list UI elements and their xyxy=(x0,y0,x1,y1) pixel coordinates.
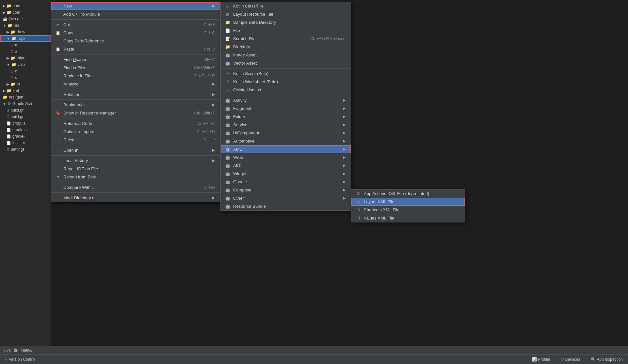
menu-item-mark-directory[interactable]: Mark Directory as ▶ xyxy=(51,194,220,202)
analyze-arrow-icon: ▶ xyxy=(212,82,215,86)
tree-item-c[interactable]: ⬡ c xyxy=(0,68,51,74)
menu-item-uicomponent[interactable]: 🤖 UiComponent ▶ xyxy=(221,129,351,137)
menu-item-cmake[interactable]: △ CMakeLists.txt xyxy=(221,86,351,94)
menu-item-app-actions-xml[interactable]: ⬡ App Actions XML File (deprecated) xyxy=(351,190,465,198)
menu-item-layout-xml[interactable]: ▦ Layout XML File xyxy=(351,198,465,206)
tree-item-gradle-dash[interactable]: 📄 gradle- xyxy=(0,133,51,140)
tree-item-proguard[interactable]: 📄 proguia xyxy=(0,120,51,127)
menu-item-show-resource-manager[interactable]: 🔖 Show In Resource Manager Ctrl+Shift+T xyxy=(51,109,220,117)
tree-item-layo[interactable]: ▼ 📁 layo xyxy=(0,35,51,42)
menu-item-shortcuts-xml-label: Shortcuts XML File xyxy=(364,207,460,212)
menu-item-copy-path[interactable]: Copy Path/Reference... xyxy=(51,37,220,45)
tree-item-com1[interactable]: ▶ 📁 com xyxy=(0,3,51,9)
menu-item-automotive[interactable]: 🤖 Automotive ▶ xyxy=(221,137,351,145)
tree-item-th[interactable]: ▶ 📁 th xyxy=(0,81,51,87)
menu-item-compose[interactable]: 🤖 Compose ▶ xyxy=(221,186,351,194)
tree-item-local-pr[interactable]: 📄 local.pr xyxy=(0,140,51,146)
menu-item-reformat-code[interactable]: Reformat Code Ctrl+Alt+L xyxy=(51,119,220,128)
tree-item-build1[interactable]: G build.gr xyxy=(0,107,51,114)
activity-arrow-icon: ▶ xyxy=(343,98,346,102)
menu-item-wear[interactable]: 🤖 Wear ▶ xyxy=(221,153,351,161)
menu-item-open-in[interactable]: Open In ▶ xyxy=(51,146,220,154)
menu-item-values-xml[interactable]: ⬡ Values XML File xyxy=(351,214,465,222)
menu-item-kotlin-class[interactable]: K Kotlin Class/File xyxy=(221,2,351,10)
menu-item-replace-files[interactable]: Replace in Files... Ctrl+Shift+R xyxy=(51,72,220,80)
run-bar: Run: 🤖 MainA xyxy=(0,346,628,354)
menu-item-cmake-label: CMakeLists.txt xyxy=(233,87,346,92)
menu-item-bookmarks[interactable]: Bookmarks ▶ xyxy=(51,101,220,109)
menu-item-mark-directory-label: Mark Directory as xyxy=(63,195,207,200)
menu-item-xml[interactable]: 🤖 XML ▶ xyxy=(221,145,351,153)
run-item[interactable]: MainA xyxy=(21,348,32,353)
resource-bundle-icon: 🤖 xyxy=(225,204,231,209)
tree-item-s[interactable]: ⬡ s xyxy=(0,74,51,81)
menu-item-folder[interactable]: 🤖 Folder ▶ xyxy=(221,113,351,121)
menu-item-find-usages[interactable]: Find Usages Alt+F7 xyxy=(51,55,220,64)
menu-item-find-files[interactable]: Find in Files... Ctrl+Shift+F xyxy=(51,64,220,72)
new-separator-2 xyxy=(221,95,351,95)
status-profiler[interactable]: 📊 Profiler xyxy=(529,355,553,364)
menu-item-paste[interactable]: 📋 Paste Ctrl+V xyxy=(51,45,220,53)
menu-item-compare-with[interactable]: Compare With... Ctrl+D xyxy=(51,183,220,191)
menu-item-kotlin-script[interactable]: K Kotlin Script (Beta) xyxy=(221,69,351,78)
tree-item-valu[interactable]: ▼ 📁 valu xyxy=(0,61,51,68)
layout-resource-icon: ▦ xyxy=(225,12,231,16)
menu-item-add-cpp[interactable]: Add C++ to Module xyxy=(51,10,220,18)
services-icon: ▷ xyxy=(561,357,564,362)
tree-item-res[interactable]: ▼ 📁 res xyxy=(0,22,51,29)
service-icon: 🤖 xyxy=(225,122,231,127)
menu-item-kotlin-worksheet[interactable]: K Kotlin Worksheet (Beta) xyxy=(221,78,351,86)
menu-item-shortcuts-xml[interactable]: ⬡ Shortcuts XML File xyxy=(351,206,465,214)
menu-item-copy[interactable]: 📋 Copy Ctrl+C xyxy=(51,29,220,37)
tree-item-res-gen[interactable]: 📁 res (gen xyxy=(0,94,51,100)
tree-item-build2[interactable]: G build.gr xyxy=(0,114,51,120)
menu-item-repair-ide[interactable]: Repair IDE on File xyxy=(51,165,220,173)
menu-item-delete[interactable]: Delete... Delete xyxy=(51,136,220,144)
tree-item-mipr[interactable]: ▶ 📁 mipr xyxy=(0,55,51,61)
menu-item-sample-data-dir[interactable]: 📁 Sample Data Directory xyxy=(221,18,351,26)
tree-item-xml[interactable]: ▶ 📁 xml xyxy=(0,87,51,94)
menu-item-cut[interactable]: ✂ Cut Ctrl+X xyxy=(51,21,220,29)
menu-item-local-history[interactable]: Local History ▶ xyxy=(51,157,220,165)
tree-item-draw[interactable]: ▶ 📁 draw xyxy=(0,29,51,35)
tree-item-a2[interactable]: ⬡ a xyxy=(0,48,51,55)
tree-item-gradle-p[interactable]: 📄 gradle.p xyxy=(0,127,51,133)
app-inspection-icon: 🔍 xyxy=(591,357,596,362)
menu-item-other[interactable]: 🤖 Other ▶ xyxy=(221,194,351,202)
status-services[interactable]: ▷ Services xyxy=(558,355,583,364)
kotlin-script-icon: K xyxy=(225,71,231,76)
tree-item-settings[interactable]: ⚙ settings xyxy=(0,146,51,153)
menu-item-optimize-imports[interactable]: Optimize Imports Ctrl+Alt+O xyxy=(51,128,220,136)
menu-item-file[interactable]: 📄 File xyxy=(221,26,351,35)
tree-item-com2[interactable]: ▶ 📁 com xyxy=(0,9,51,16)
menu-item-repair-ide-label: Repair IDE on File xyxy=(63,166,215,171)
menu-item-open-in-label: Open In xyxy=(63,148,207,153)
menu-item-paste-label: Paste xyxy=(63,47,201,52)
menu-item-layout-resource[interactable]: ▦ Layout Resource File xyxy=(221,10,351,18)
menu-item-new[interactable]: New ▶ xyxy=(51,2,220,10)
menu-item-service[interactable]: 🤖 Service ▶ xyxy=(221,121,351,129)
vector-asset-icon: 🤖 xyxy=(225,61,231,66)
menu-item-directory-label: Directory xyxy=(233,44,346,49)
menu-item-google[interactable]: 🤖 Google ▶ xyxy=(221,178,351,186)
menu-item-scratch-file[interactable]: 📝 Scratch File Ctrl+Alt+Shift+Insert xyxy=(221,35,351,43)
menu-item-reformat-label: Reformat Code xyxy=(63,121,195,126)
menu-item-vector-asset-label: Vector Asset xyxy=(233,61,346,66)
menu-item-refactor[interactable]: Refactor ▶ xyxy=(51,90,220,99)
menu-item-vector-asset[interactable]: 🤖 Vector Asset xyxy=(221,59,351,67)
menu-item-aidl[interactable]: 🤖 AIDL ▶ xyxy=(221,161,351,170)
menu-item-analyze[interactable]: Analyze ▶ xyxy=(51,80,220,88)
status-version-control[interactable]: ⑂ Version Contro xyxy=(3,355,37,364)
menu-item-activity[interactable]: 🤖 Activity ▶ xyxy=(221,96,351,104)
menu-item-reload-disk[interactable]: ↻ Reload from Disk xyxy=(51,173,220,181)
menu-item-resource-bundle[interactable]: 🤖 Resource Bundle xyxy=(221,202,351,210)
tree-item-gradle-scripts[interactable]: ▼ ⚙ Gradle Scri xyxy=(0,100,51,107)
menu-item-fragment[interactable]: 🤖 Fragment ▶ xyxy=(221,104,351,113)
tree-item-a1[interactable]: ⬡ a xyxy=(0,42,51,48)
menu-item-widget[interactable]: 🤖 Widget ▶ xyxy=(221,170,351,178)
menu-item-image-asset[interactable]: 🤖 Image Asset xyxy=(221,51,351,59)
status-app-inspection[interactable]: 🔍 App Inspection xyxy=(588,355,625,364)
menu-item-directory[interactable]: 📁 Directory xyxy=(221,43,351,51)
activity-icon: 🤖 xyxy=(225,98,231,103)
tree-item-java[interactable]: ☕ java (ge xyxy=(0,16,51,22)
